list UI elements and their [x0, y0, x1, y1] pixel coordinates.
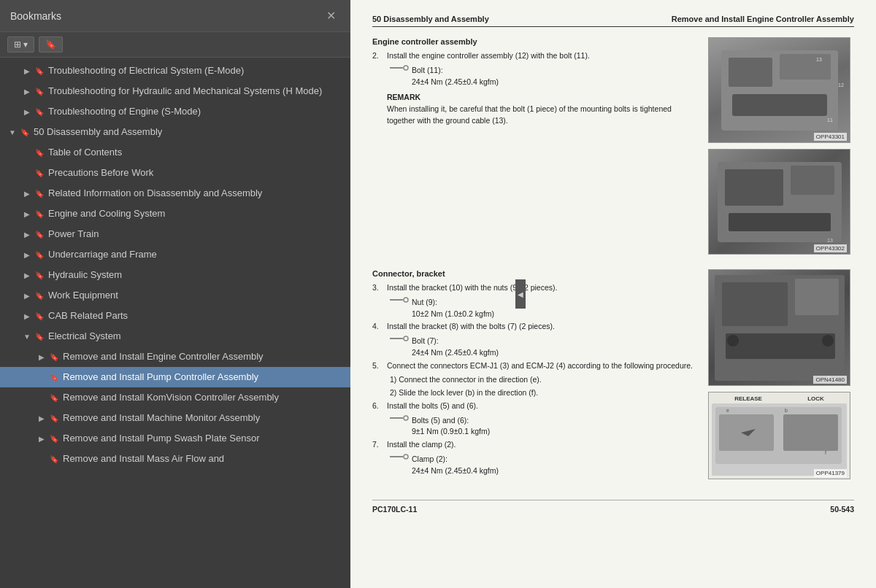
close-button[interactable]: ✕ — [322, 7, 340, 24]
sidebar-item-troubleshooting-electrical[interactable]: Troubleshooting of Electrical System (E-… — [0, 61, 350, 81]
doc-header-right: Remove and Install Engine Controller Ass… — [672, 15, 854, 23]
svg-rect-3 — [729, 58, 772, 87]
svg-rect-16 — [390, 338, 403, 339]
remark-block: REMARK When installing it, be careful th… — [387, 92, 699, 126]
step-text-2: Install the engine controller assembly (… — [387, 50, 699, 62]
sidebar-item-label: Remove and Install Machine Monitor Assem… — [63, 412, 345, 425]
sidebar-item-label: Remove and Install Pump Swash Plate Sens… — [63, 433, 345, 445]
svg-rect-11 — [791, 166, 834, 195]
sidebar-item-remove-mass-air[interactable]: Remove and Install Mass Air Flow and — [0, 449, 350, 469]
sidebar-content[interactable]: Troubleshooting of Electrical System (E-… — [0, 58, 350, 588]
doc-body-2: 3. Install the bracket (10) with the nut… — [372, 282, 699, 476]
sidebar-header: Bookmarks ✕ — [0, 0, 350, 32]
sidebar-item-undercarriage-frame[interactable]: Undercarriage and Frame — [0, 244, 350, 265]
sub-item-1: 1) Connect the connector in the directio… — [390, 374, 699, 386]
bookmark-icon — [34, 229, 45, 239]
spec-bolt-7: Bolt (7):24±4 Nm (2.45±0.4 kgfm) — [390, 336, 699, 359]
view-options-button[interactable]: ⊞ ▾ — [7, 36, 34, 53]
spec-bolt-11: Bolt (11):24±4 Nm (2.45±0.4 kgfm) — [390, 65, 699, 88]
chevron-icon — [20, 210, 34, 218]
bookmark-icon — [34, 331, 45, 341]
sidebar: Bookmarks ✕ ⊞ ▾ 🔖 Troubleshooting of Ele… — [0, 0, 350, 588]
step-2: 2. Install the engine controller assembl… — [372, 50, 699, 62]
sidebar-item-power-train[interactable]: Power Train — [0, 224, 350, 244]
sidebar-item-label: Remove and Install Mass Air Flow and — [63, 453, 345, 465]
bookmark-icon — [34, 66, 45, 76]
bookmark-icon — [34, 107, 45, 117]
sidebar-item-label: Remove and Install KomVision Controller … — [63, 392, 345, 404]
step-6: 6. Install the bolts (5) and (6). — [372, 401, 699, 412]
chevron-icon — [20, 333, 34, 341]
sidebar-item-label: Remove and Install Engine Controller Ass… — [63, 351, 345, 363]
chevron-icon — [20, 292, 34, 300]
sidebar-item-cab-related[interactable]: CAB Related Parts — [0, 306, 350, 326]
image-sim-1: 11 12 13 — [709, 38, 850, 142]
step-num-4: 4. — [372, 321, 387, 333]
sidebar-item-label: CAB Related Parts — [48, 310, 345, 322]
wrench-icon-3 — [390, 336, 412, 341]
sidebar-item-engine-cooling[interactable]: Engine and Cooling System — [0, 204, 350, 224]
step-num-7: 7. — [372, 439, 387, 451]
section-title-1: Engine controller assembly — [372, 37, 699, 46]
svg-rect-23 — [722, 282, 788, 326]
bookmark-icon — [48, 372, 60, 382]
sidebar-item-remove-komvision[interactable]: Remove and Install KomVision Controller … — [0, 387, 350, 408]
bookmark-icon — [34, 147, 45, 158]
sidebar-item-label: Troubleshooting for Hydraulic and Mechan… — [48, 85, 345, 98]
sidebar-item-electrical-system[interactable]: Electrical System — [0, 326, 350, 347]
svg-rect-5 — [732, 94, 827, 116]
bookmark-icon — [48, 433, 60, 444]
image-label-2: OPP43302 — [814, 244, 847, 252]
bookmark-icon — [34, 290, 45, 301]
text-column-1: Engine controller assembly 2. Install th… — [372, 37, 699, 260]
image-sim-4: RELEASE LOCK e b f — [709, 392, 850, 479]
sidebar-title: Bookmarks — [10, 10, 61, 22]
sidebar-item-label: 50 Disassembly and Assembly — [34, 126, 345, 139]
chevron-icon — [20, 67, 34, 75]
sidebar-item-precautions-before-work[interactable]: Precautions Before Work — [0, 163, 350, 183]
step-text-7: Install the clamp (2). — [387, 439, 699, 451]
sidebar-item-50-disassembly[interactable]: 50 Disassembly and Assembly — [0, 122, 350, 142]
step-text-6: Install the bolts (5) and (6). — [387, 401, 699, 412]
chevron-icon — [20, 251, 34, 259]
chevron-icon — [35, 353, 48, 361]
remark-text: When installing it, be careful that the … — [387, 104, 699, 127]
bookmark-icon — [34, 168, 45, 178]
sidebar-item-label: Electrical System — [48, 330, 345, 343]
doc-body-1: 2. Install the engine controller assembl… — [372, 50, 699, 127]
spec-text-bolt-7: Bolt (7):24±4 Nm (2.45±0.4 kgfm) — [412, 336, 699, 359]
main-content: 50 Disassembly and Assembly Remove and I… — [350, 0, 876, 588]
step-5: 5. Connect the connectors ECM-J1 (3) and… — [372, 360, 699, 372]
sidebar-item-troubleshooting-engine[interactable]: Troubleshooting of Engine (S-Mode) — [0, 101, 350, 122]
chevron-icon — [20, 312, 34, 320]
sidebar-item-label: Power Train — [48, 228, 345, 241]
image-sim-3: b — [709, 270, 850, 385]
wrench-icon-4 — [390, 415, 412, 421]
sidebar-item-remove-engine-controller[interactable]: Remove and Install Engine Controller Ass… — [0, 347, 350, 367]
sidebar-item-remove-pump-controller[interactable]: Remove and Install Pump Controller Assem… — [0, 367, 350, 387]
sidebar-item-work-equipment[interactable]: Work Equipment — [0, 285, 350, 306]
sidebar-item-remove-machine-monitor[interactable]: Remove and Install Machine Monitor Assem… — [0, 408, 350, 428]
sidebar-item-table-of-contents[interactable]: Table of Contents — [0, 142, 350, 163]
chevron-icon — [20, 108, 34, 116]
wrench-icon — [390, 65, 412, 71]
doc-header: 50 Disassembly and Assembly Remove and I… — [372, 15, 854, 27]
sidebar-item-label: Troubleshooting of Engine (S-Mode) — [48, 106, 345, 118]
bookmark-button[interactable]: 🔖 — [39, 36, 63, 53]
svg-text:11: 11 — [827, 117, 833, 123]
sidebar-collapse-button[interactable]: ◀ — [515, 279, 526, 309]
svg-rect-14 — [390, 299, 403, 301]
sidebar-toolbar: ⊞ ▾ 🔖 — [0, 32, 350, 58]
sidebar-item-related-information[interactable]: Related Information on Disassembly and A… — [0, 183, 350, 204]
image-column-1: 11 12 13 OPP43301 13 O — [708, 37, 854, 260]
footer-model: PC170LC-11 — [372, 505, 417, 514]
svg-rect-18 — [390, 417, 403, 419]
spec-text-clamp-2: Clamp (2):24±4 Nm (2.45±0.4 kgfm) — [412, 454, 699, 477]
step-num-5: 5. — [372, 360, 387, 372]
sidebar-item-troubleshooting-hydraulic[interactable]: Troubleshooting for Hydraulic and Mechan… — [0, 81, 350, 101]
sidebar-item-label: Remove and Install Pump Controller Assem… — [63, 371, 345, 384]
sidebar-item-remove-pump-swash[interactable]: Remove and Install Pump Swash Plate Sens… — [0, 428, 350, 449]
bookmark-icon — [34, 270, 45, 280]
sidebar-item-hydraulic-system[interactable]: Hydraulic System — [0, 265, 350, 285]
svg-rect-0 — [390, 67, 403, 69]
